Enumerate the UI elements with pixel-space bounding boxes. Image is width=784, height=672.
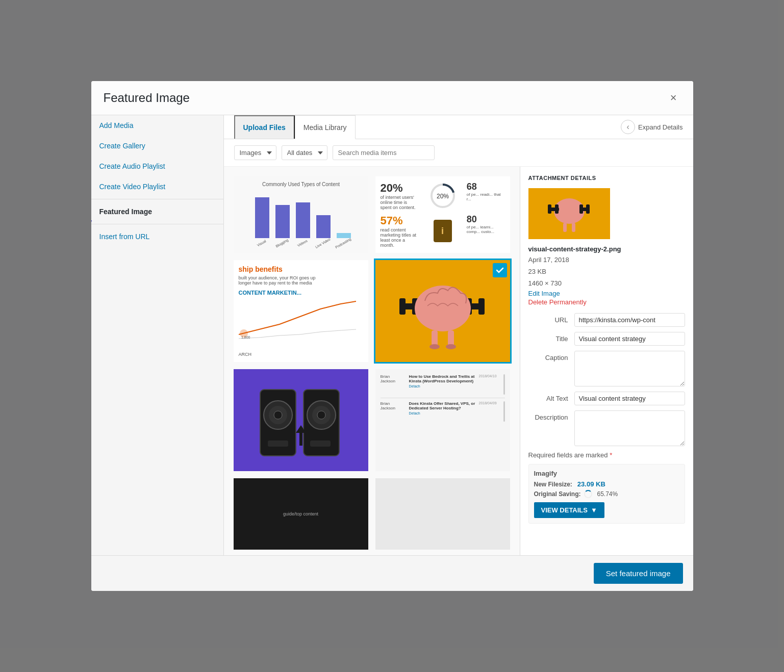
modal-title: Featured Image: [104, 91, 190, 105]
details-panel: ATTACHMENT DETAILS: [520, 167, 693, 555]
svg-text:20%: 20%: [436, 193, 448, 200]
expand-details-button[interactable]: ‹ Expand Details: [621, 120, 682, 134]
svg-rect-28: [448, 330, 454, 346]
url-field-row: URL: [528, 313, 685, 327]
url-input[interactable]: [574, 313, 685, 327]
description-field-row: Description: [528, 410, 685, 446]
main-content: Upload Files Media Library ‹ Expand Deta…: [224, 115, 693, 555]
media-item-stats[interactable]: 20% of internet users' online time is sp…: [374, 175, 512, 254]
alt-label: Alt Text: [528, 392, 574, 402]
sidebar-item-insert-from-url[interactable]: Insert from URL: [91, 226, 223, 247]
imagify-view-details-button[interactable]: VIEW DETAILS ▼: [534, 502, 604, 518]
svg-rect-46: [555, 204, 559, 214]
svg-rect-3: [255, 197, 269, 238]
chart-image: Commonly Used Types of Content Visual Bl…: [234, 176, 368, 253]
set-featured-image-button[interactable]: Set featured image: [594, 563, 683, 584]
modal: Featured Image × Add Media Create Galler…: [91, 81, 693, 591]
svg-point-29: [429, 344, 440, 349]
svg-text:Blogging: Blogging: [275, 238, 289, 249]
sidebar-item-create-gallery[interactable]: Create Gallery: [91, 136, 223, 156]
svg-rect-25: [419, 306, 425, 310]
type-filter-select[interactable]: Images Audio Video: [234, 145, 276, 160]
caption-input[interactable]: [574, 351, 685, 386]
svg-text:Commonly Used Types of Content: Commonly Used Types of Content: [262, 182, 339, 187]
modal-header: Featured Image ×: [91, 81, 693, 115]
sidebar: Add Media Create Gallery Create Audio Pl…: [91, 115, 224, 555]
sidebar-item-create-audio-playlist[interactable]: Create Audio Playlist: [91, 156, 223, 176]
sidebar-item-create-video-playlist[interactable]: Create Video Playlist: [91, 176, 223, 197]
sidebar-divider-2: [91, 224, 223, 224]
url-label: URL: [528, 313, 574, 324]
selected-check: [493, 263, 507, 277]
expand-details-label: Expand Details: [638, 123, 682, 131]
sidebar-divider: [91, 199, 223, 199]
svg-rect-27: [432, 330, 438, 346]
description-label: Description: [528, 410, 574, 421]
svg-rect-19: [399, 298, 406, 315]
svg-rect-6: [316, 215, 331, 238]
media-item-chart[interactable]: Commonly Used Types of Content Visual Bl…: [232, 175, 370, 254]
imagify-filesize-row: New Filesize: 23.09 KB: [534, 480, 679, 488]
svg-text:Videos: Videos: [296, 239, 308, 247]
search-input[interactable]: [333, 145, 435, 160]
svg-text:Live Video: Live Video: [314, 238, 331, 249]
svg-rect-45: [548, 204, 551, 214]
title-input[interactable]: [574, 332, 685, 346]
caption-label: Caption: [528, 351, 574, 361]
media-item-brain[interactable]: [374, 259, 512, 364]
media-item-marketing[interactable]: ship benefits built your audience, your …: [232, 259, 370, 364]
svg-text:1,800: 1,800: [241, 335, 250, 339]
sidebar-item-add-media[interactable]: Add Media: [91, 115, 223, 136]
title-label: Title: [528, 332, 574, 343]
attachment-size: 23 KB: [528, 267, 685, 277]
media-item-light[interactable]: [374, 477, 512, 551]
dark-image: guide/top content: [234, 478, 368, 550]
imagify-original-saving-label: Original Saving:: [534, 490, 581, 498]
modal-body: Add Media Create Gallery Create Audio Pl…: [91, 115, 693, 555]
marketing-image: ship benefits built your audience, your …: [234, 260, 368, 362]
tab-media-library[interactable]: Media Library: [295, 115, 356, 139]
media-grid: Commonly Used Types of Content Visual Bl…: [232, 175, 512, 551]
alt-field-row: Alt Text: [528, 392, 685, 405]
modal-overlay: Featured Image × Add Media Create Galler…: [0, 0, 784, 672]
attachment-filename: visual-content-strategy-2.png: [528, 245, 685, 253]
imagify-new-filesize-label: New Filesize:: [534, 481, 572, 488]
imagify-saving-row: Original Saving: 65.74%: [534, 490, 679, 498]
svg-point-39: [317, 411, 325, 419]
attachment-date: April 17, 2018: [528, 255, 685, 266]
svg-point-30: [446, 344, 456, 349]
imagify-original-saving-value: 65.74%: [597, 490, 618, 498]
media-item-dark[interactable]: guide/top content: [232, 477, 370, 551]
title-field-row: Title: [528, 332, 685, 346]
articles-image: Brian Jackson How to Use Bedrock and Tre…: [375, 369, 510, 471]
imagify-section: Imagify New Filesize: 23.09 KB Original …: [528, 464, 685, 524]
media-area: Commonly Used Types of Content Visual Bl…: [224, 167, 693, 555]
svg-rect-23: [478, 298, 485, 315]
delete-permanently-link[interactable]: Delete Permanently: [528, 298, 685, 306]
media-item-articles[interactable]: Brian Jackson How to Use Bedrock and Tre…: [374, 368, 512, 473]
media-grid-wrapper[interactable]: Commonly Used Types of Content Visual Bl…: [224, 167, 520, 555]
svg-text:Podcasting: Podcasting: [335, 237, 352, 249]
attachment-thumbnail: [528, 188, 610, 239]
edit-image-link[interactable]: Edit Image: [528, 290, 685, 297]
attachment-dimensions: 1460 × 730: [528, 278, 685, 289]
alt-input[interactable]: [574, 392, 685, 405]
attachment-details-title: ATTACHMENT DETAILS: [528, 175, 685, 181]
svg-text:Visual: Visual: [256, 239, 266, 247]
imagify-spinner-icon: [584, 490, 592, 498]
svg-rect-51: [572, 223, 575, 232]
description-input[interactable]: [574, 410, 685, 446]
tab-upload-files[interactable]: Upload Files: [234, 115, 295, 139]
imagify-label: Imagify: [534, 470, 679, 477]
light-image: [375, 478, 510, 550]
modal-close-button[interactable]: ×: [666, 89, 681, 107]
imagify-new-filesize-value: 23.09 KB: [577, 480, 605, 488]
tabs-bar: Upload Files Media Library ‹ Expand Deta…: [224, 115, 693, 139]
details-panel-inner: ATTACHMENT DETAILS: [520, 167, 693, 532]
date-filter-select[interactable]: All dates: [282, 145, 327, 160]
modal-footer: Set featured image: [91, 555, 693, 591]
sidebar-item-featured-image[interactable]: Featured Image: [91, 201, 223, 222]
required-star: *: [610, 451, 612, 459]
svg-rect-26: [461, 306, 467, 310]
media-item-speakers[interactable]: [232, 368, 370, 473]
